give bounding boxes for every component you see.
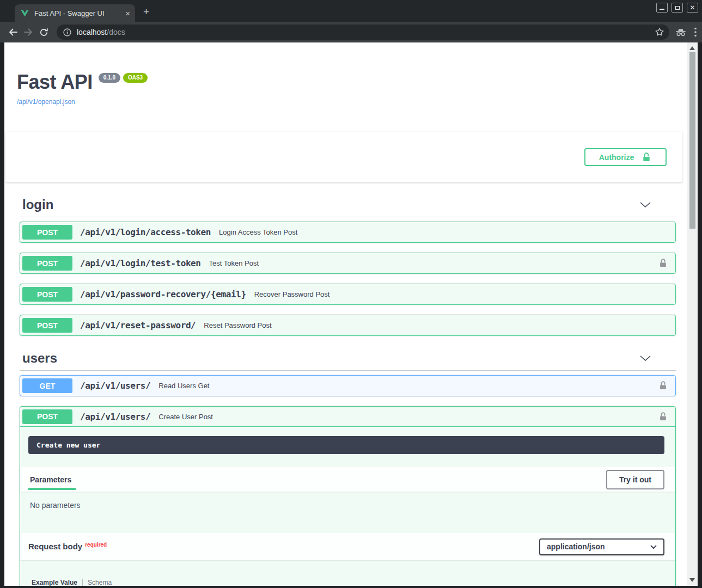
lock-icon — [658, 258, 668, 268]
parameters-header: Parameters Try it out — [20, 467, 675, 492]
unlock-icon — [641, 152, 652, 163]
maximize-icon — [675, 6, 680, 10]
tab-parameters[interactable]: Parameters — [28, 469, 76, 490]
endpoint-path: /api/v1/users/ — [80, 381, 150, 391]
browser-window: Fast API - Swagger UI × + ✕ — [0, 0, 702, 588]
minimize-button[interactable] — [656, 3, 668, 13]
lock-button[interactable] — [658, 412, 668, 422]
endpoint-summary-row[interactable]: POST /api/v1/users/ Create User Post — [20, 407, 675, 427]
oas3-badge: OAS3 — [123, 73, 148, 83]
tab-title: Fast API - Swagger UI — [34, 9, 125, 17]
tag-section: users GET /api/v1/users/ Read Users Get … — [20, 351, 676, 586]
tab-separator — [82, 579, 83, 586]
media-type-select[interactable]: application/json — [539, 538, 664, 555]
endpoint-path: /api/v1/reset-password/ — [80, 320, 196, 330]
chevron-down-icon[interactable] — [639, 201, 651, 208]
authorize-button[interactable]: Authorize — [584, 148, 667, 166]
api-info: Fast API 0.1.0 OAS3 /api/v1/openapi.json — [4, 42, 687, 106]
lock-icon — [658, 381, 668, 391]
tag-header[interactable]: login — [20, 197, 676, 217]
tag-section: login POST /api/v1/login/access-token Lo… — [20, 197, 676, 336]
lock-button[interactable] — [658, 381, 668, 391]
endpoint-block: POST /api/v1/login/test-token Test Token… — [20, 253, 676, 274]
endpoint-summary: Reset Password Post — [204, 321, 271, 329]
section-title: users — [22, 351, 57, 366]
window-controls: ✕ — [656, 3, 698, 13]
tab-close-icon[interactable]: × — [125, 9, 130, 17]
method-badge: POST — [22, 287, 72, 302]
back-button[interactable] — [5, 24, 21, 40]
scroll-down-icon[interactable] — [689, 578, 695, 582]
badges: 0.1.0 OAS3 — [99, 73, 148, 83]
menu-dots-icon[interactable] — [694, 27, 697, 37]
url-bar[interactable]: localhost/docs — [57, 24, 669, 40]
request-body-header: Request bodyrequired application/json — [20, 533, 675, 560]
endpoint-summary-row[interactable]: POST /api/v1/login/access-token Login Ac… — [20, 222, 675, 242]
lock-button[interactable] — [658, 258, 668, 268]
endpoint-list: POST /api/v1/login/access-token Login Ac… — [20, 222, 676, 336]
authorize-label: Authorize — [599, 153, 634, 162]
site-info-icon[interactable] — [63, 28, 72, 37]
endpoint-summary-row[interactable]: POST /api/v1/login/test-token Test Token… — [20, 253, 675, 273]
tab-example-value[interactable]: Example Value — [32, 579, 77, 586]
favicon-icon — [21, 10, 29, 17]
endpoint-expanded-body: Create new user Parameters Try it out No… — [20, 436, 675, 586]
method-badge: POST — [22, 256, 72, 271]
forward-arrow-icon — [23, 27, 34, 38]
endpoint-block: POST /api/v1/reset-password/ Reset Passw… — [20, 315, 676, 336]
endpoint-path: /api/v1/login/access-token — [80, 227, 211, 237]
media-type-value: application/json — [547, 542, 605, 551]
toolbar-right — [675, 27, 697, 37]
endpoint-list: GET /api/v1/users/ Read Users Get POST /… — [20, 375, 676, 586]
tab-schema[interactable]: Schema — [88, 579, 112, 586]
endpoint-summary-row[interactable]: POST /api/v1/password-recovery/{email} R… — [20, 284, 675, 304]
sections: login POST /api/v1/login/access-token Lo… — [4, 197, 687, 586]
section-title: login — [22, 197, 53, 212]
new-tab-button[interactable]: + — [143, 7, 149, 17]
endpoint-block: GET /api/v1/users/ Read Users Get — [20, 375, 676, 396]
forward-button[interactable] — [21, 24, 36, 40]
scheme-container: Authorize — [5, 132, 682, 182]
scrollbar-thumb[interactable] — [689, 52, 695, 229]
endpoint-block: POST /api/v1/login/access-token Login Ac… — [20, 222, 676, 243]
reload-button[interactable] — [36, 24, 51, 40]
endpoint-description: Create new user — [28, 436, 664, 454]
close-button[interactable]: ✕ — [687, 3, 698, 13]
back-arrow-icon — [8, 27, 19, 38]
tab-bar: Fast API - Swagger UI × + ✕ — [0, 0, 702, 22]
tag-header[interactable]: users — [20, 351, 676, 371]
endpoint-path: /api/v1/password-recovery/{email} — [80, 289, 246, 299]
try-it-out-button[interactable]: Try it out — [606, 470, 664, 489]
page-scrollbar[interactable] — [687, 42, 698, 586]
required-badge: required — [85, 542, 107, 548]
chevron-down-icon[interactable] — [639, 355, 651, 362]
no-parameters-text: No parameters — [20, 492, 675, 520]
endpoint-summary: Test Token Post — [209, 259, 259, 267]
lock-icon — [658, 412, 668, 422]
page-title: Fast API — [17, 71, 93, 93]
openapi-spec-link[interactable]: /api/v1/openapi.json — [17, 98, 75, 106]
browser-tab[interactable]: Fast API - Swagger UI × — [15, 4, 135, 22]
endpoint-summary: Create User Post — [158, 413, 213, 421]
version-badge: 0.1.0 — [99, 73, 120, 83]
scroll-up-icon[interactable] — [689, 46, 695, 50]
endpoint-summary: Recover Password Post — [254, 290, 330, 298]
endpoint-summary: Read Users Get — [158, 382, 209, 390]
reload-icon — [39, 27, 49, 38]
select-chevron-icon — [650, 545, 657, 549]
endpoint-block: POST /api/v1/users/ Create User Post Cre… — [20, 406, 676, 586]
swagger-page: Fast API 0.1.0 OAS3 /api/v1/openapi.json… — [4, 42, 687, 586]
maximize-button[interactable] — [672, 3, 683, 13]
bookmark-star-icon[interactable] — [655, 27, 664, 37]
request-body-label: Request body — [28, 542, 82, 551]
method-badge: POST — [22, 318, 72, 333]
endpoint-block: POST /api/v1/password-recovery/{email} R… — [20, 284, 676, 305]
endpoint-path: /api/v1/login/test-token — [80, 258, 201, 268]
url-host: localhost — [77, 28, 107, 36]
method-badge: POST — [22, 225, 72, 240]
minimize-icon — [660, 9, 664, 10]
model-example-tabs: Example Value Schema — [32, 579, 664, 586]
endpoint-path: /api/v1/users/ — [80, 412, 150, 422]
endpoint-summary-row[interactable]: GET /api/v1/users/ Read Users Get — [20, 376, 675, 396]
endpoint-summary-row[interactable]: POST /api/v1/reset-password/ Reset Passw… — [20, 315, 675, 335]
